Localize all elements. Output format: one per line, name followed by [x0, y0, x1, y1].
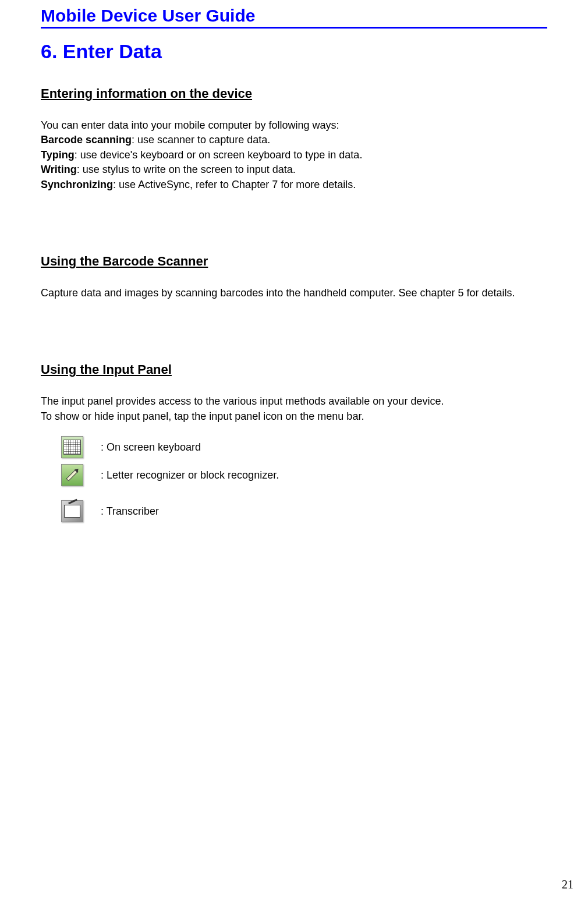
- item-text: : use stylus to write on the screen to i…: [77, 164, 296, 175]
- item-label: Typing: [41, 149, 75, 161]
- chapter-heading: 6. Enter Data: [41, 40, 547, 63]
- section-1-item-1: Typing: use device's keyboard or on scre…: [41, 148, 547, 162]
- item-label: Synchronizing: [41, 179, 113, 190]
- item-text: : use scanner to capture data.: [132, 134, 270, 146]
- icon-label-keyboard: : On screen keyboard: [101, 441, 201, 454]
- section-2-heading: Using the Barcode Scanner: [41, 254, 547, 269]
- pen-icon: [61, 464, 83, 486]
- page-number: 21: [562, 878, 573, 891]
- section-2-text: Capture data and images by scanning barc…: [41, 286, 547, 300]
- item-label: Writing: [41, 164, 77, 175]
- section-3-line2: To show or hide input panel, tap the inp…: [41, 410, 547, 423]
- section-1-heading: Entering information on the device: [41, 86, 547, 101]
- section-1-item-3: Synchronizing: use ActiveSync, refer to …: [41, 178, 547, 192]
- icon-row-transcriber: : Transcriber: [61, 500, 547, 522]
- doc-title: Mobile Device User Guide: [41, 6, 547, 29]
- item-text: : use device's keyboard or on screen key…: [75, 149, 363, 161]
- section-3-heading: Using the Input Panel: [41, 362, 547, 377]
- icon-row-recognizer: : Letter recognizer or block recognizer.: [61, 464, 547, 486]
- keyboard-icon: [61, 436, 83, 458]
- section-1-item-2: Writing: use stylus to write on the scre…: [41, 163, 547, 176]
- section-1-intro: You can enter data into your mobile comp…: [41, 119, 547, 132]
- icon-row-keyboard: : On screen keyboard: [61, 436, 547, 458]
- transcriber-icon: [61, 500, 83, 522]
- section-3-line1: The input panel provides access to the v…: [41, 395, 547, 408]
- icon-label-recognizer: : Letter recognizer or block recognizer.: [101, 469, 279, 481]
- item-text: : use ActiveSync, refer to Chapter 7 for…: [113, 179, 356, 190]
- icon-label-transcriber: : Transcriber: [101, 505, 159, 518]
- section-1-item-0: Barcode scanning: use scanner to capture…: [41, 133, 547, 147]
- item-label: Barcode scanning: [41, 134, 132, 146]
